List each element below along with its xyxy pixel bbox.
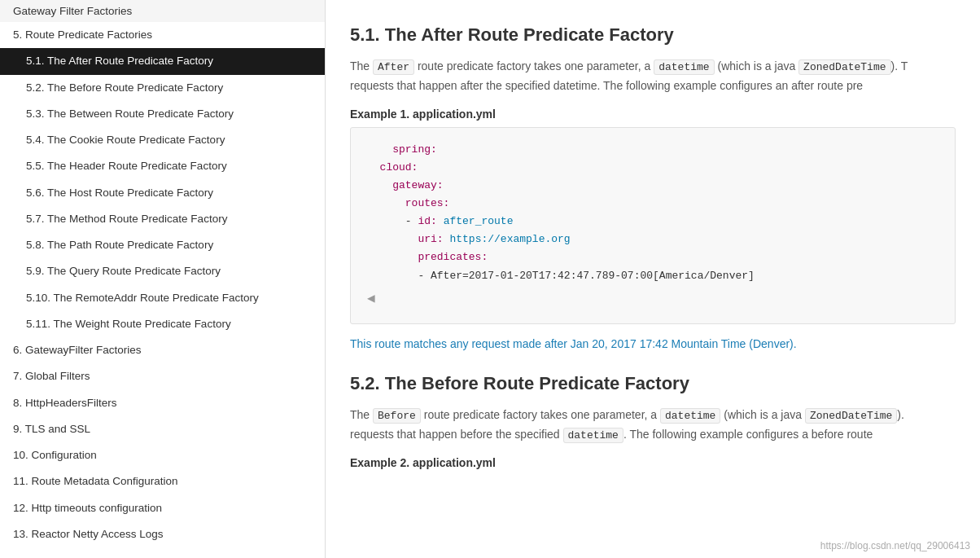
sidebar-item-item-5-1[interactable]: 5.1. The After Route Predicate Factory — [0, 48, 325, 74]
sidebar-item-item-5-5[interactable]: 5.5. The Header Route Predicate Factory — [0, 153, 325, 179]
sidebar-item-item-5-8[interactable]: 5.8. The Path Route Predicate Factory — [0, 232, 325, 258]
desc-text-3: (which is a java — [715, 59, 798, 72]
desc-text-6: route predicate factory takes one parame… — [421, 408, 660, 421]
section-5-1-title: 5.1. The After Route Predicate Factory — [350, 24, 956, 46]
sidebar-item-item-5-10[interactable]: 5.10. The RemoteAddr Route Predicate Fac… — [0, 285, 325, 311]
example-1-title: Example 1. application.yml — [350, 108, 956, 121]
sidebar-item-item-12[interactable]: 12. Http timeouts configuration — [0, 495, 325, 521]
code-line: cloud: — [367, 159, 938, 177]
desc-line2-end: . The following example configures a bef… — [623, 428, 873, 441]
section-5-2-title: 5.2. The Before Route Predicate Factory — [350, 373, 956, 394]
route-match-text-1: This route matches any request made afte… — [350, 337, 956, 350]
watermark: https://blog.csdn.net/qq_29006413 — [820, 540, 970, 551]
example-2-title: Example 2. application.yml — [350, 456, 956, 469]
sidebar-items-container: 5. Route Predicate Factories5.1. The Aft… — [0, 22, 325, 547]
sidebar: Gateway Filter Factories 5. Route Predic… — [0, 0, 326, 558]
code-datetime-1: datetime — [654, 59, 714, 75]
sidebar-item-item-5-7[interactable]: 5.7. The Method Route Predicate Factory — [0, 206, 325, 232]
code-scroll-arrow: ◀ — [367, 288, 938, 310]
sidebar-item-item-6[interactable]: 6. GatewayFilter Factories — [0, 337, 325, 363]
sidebar-item-item-13[interactable]: 13. Reactor Netty Access Logs — [0, 521, 325, 547]
sidebar-item-item-7[interactable]: 7. Global Filters — [0, 363, 325, 389]
desc-text-4: ). T — [891, 59, 908, 72]
sidebar-item-item-8[interactable]: 8. HttpHeadersFilters — [0, 390, 325, 416]
code-line: spring: — [367, 141, 938, 159]
main-content: 5.1. The After Route Predicate Factory T… — [326, 0, 980, 558]
section-5-1-desc: The After route predicate factory takes … — [350, 57, 956, 96]
code-block-1: spring: cloud: gateway: routes: - id: af… — [350, 127, 956, 324]
code-datetime-2: datetime — [660, 408, 720, 424]
sidebar-item-item-5-6[interactable]: 5.6. The Host Route Predicate Factory — [0, 180, 325, 206]
sidebar-item-item-5-9[interactable]: 5.9. The Query Route Predicate Factory — [0, 258, 325, 284]
code-datetime-inline-2: datetime — [563, 428, 623, 443]
desc-text-5: The — [350, 408, 373, 421]
desc-text-7: (which is a java — [720, 408, 804, 421]
code-line: predicates: — [367, 248, 938, 266]
sidebar-item-item-5-4[interactable]: 5.4. The Cookie Route Predicate Factory — [0, 127, 325, 153]
desc-line2: requests that happen after the specified… — [350, 79, 863, 92]
code-line: gateway: — [367, 177, 938, 195]
sidebar-item-item-5-3[interactable]: 5.3. The Between Route Predicate Factory — [0, 101, 325, 127]
sidebar-item-item-5-2[interactable]: 5.2. The Before Route Predicate Factory — [0, 75, 325, 101]
desc-text-1: The — [350, 59, 373, 72]
code-before: Before — [373, 408, 421, 424]
code-zoneddatetime-1: ZonedDateTime — [798, 59, 890, 75]
code-after: After — [373, 59, 414, 75]
sidebar-item-item-10[interactable]: 10. Configuration — [0, 442, 325, 468]
code-zoneddatetime-2: ZonedDateTime — [805, 408, 897, 424]
sidebar-item-item-9[interactable]: 9. TLS and SSL — [0, 416, 325, 442]
desc-text-2: route predicate factory takes one parame… — [414, 59, 654, 72]
section-5-2-desc: The Before route predicate factory takes… — [350, 406, 956, 445]
code-line: - After=2017-01-20T17:42:47.789-07:00[Am… — [367, 267, 938, 285]
sidebar-top-link[interactable]: Gateway Filter Factories — [0, 0, 325, 22]
code-line: - id: after_route — [367, 213, 938, 231]
desc-line2-before: requests that happen before the specifie… — [350, 428, 563, 441]
sidebar-item-item-5-11[interactable]: 5.11. The Weight Route Predicate Factory — [0, 311, 325, 337]
code-line: routes: — [367, 195, 938, 213]
sidebar-item-item-11[interactable]: 11. Route Metadata Configuration — [0, 468, 325, 494]
desc-text-8: ). — [897, 408, 904, 421]
sidebar-item-item-5[interactable]: 5. Route Predicate Factories — [0, 22, 325, 48]
code-line: uri: https://example.org — [367, 231, 938, 248]
